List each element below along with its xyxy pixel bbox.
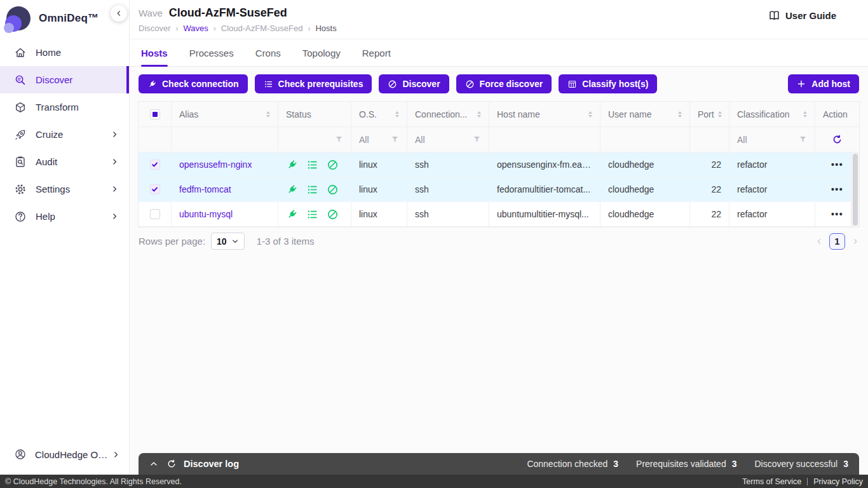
- discover-log-bar[interactable]: Discover log Connection checked 3 Prereq…: [139, 453, 859, 475]
- hosts-table: Alias Status O.S. Connection... Host nam…: [139, 102, 859, 227]
- sidebar-item-audit[interactable]: Audit: [0, 148, 129, 175]
- discovery-successful-icon[interactable]: [327, 184, 339, 196]
- discovery-successful-icon[interactable]: [327, 159, 339, 171]
- status-filter-icon[interactable]: [335, 135, 343, 144]
- privacy-policy-link[interactable]: Privacy Policy: [813, 477, 863, 486]
- port-cell: 22: [711, 209, 721, 219]
- sidebar-item-cruize[interactable]: Cruize: [0, 121, 129, 148]
- breadcrumb-waves[interactable]: Waves: [184, 24, 208, 33]
- connection-checked-icon[interactable]: [286, 159, 298, 171]
- sort-icon[interactable]: [674, 111, 682, 118]
- classify-hosts-button[interactable]: Classify host(s): [559, 74, 657, 93]
- connection-cell: ssh: [415, 159, 429, 170]
- stat-value: 3: [613, 459, 618, 469]
- alias-link[interactable]: opensusefm-nginx: [179, 159, 252, 170]
- user-guide-button[interactable]: User Guide: [768, 10, 836, 22]
- os-filter-value[interactable]: All: [359, 135, 369, 145]
- row-actions-menu[interactable]: •••: [831, 159, 843, 170]
- prerequisites-validated-icon[interactable]: [306, 184, 318, 196]
- log-refresh-icon[interactable]: [166, 459, 177, 469]
- next-page-button[interactable]: [851, 238, 859, 245]
- sort-icon[interactable]: [799, 111, 807, 118]
- discovery-successful-icon[interactable]: [327, 208, 339, 220]
- chevron-left-icon: [115, 10, 123, 17]
- column-header-port[interactable]: Port: [698, 109, 714, 119]
- column-header-connection[interactable]: Connection...: [415, 109, 468, 119]
- select-row-checkbox[interactable]: [150, 184, 160, 194]
- sidebar-collapse-button[interactable]: [111, 5, 127, 22]
- column-header-classification[interactable]: Classification: [737, 109, 789, 119]
- select-row-checkbox[interactable]: [150, 159, 160, 170]
- status-cell: [278, 152, 351, 177]
- sidebar-item-settings[interactable]: Settings: [0, 175, 129, 203]
- sidebar-item-discover[interactable]: Discover: [0, 66, 129, 93]
- breadcrumb-discover[interactable]: Discover: [139, 24, 171, 33]
- connection-filter-value[interactable]: All: [415, 135, 425, 145]
- sidebar-item-help[interactable]: Help: [0, 203, 129, 230]
- check-connection-button[interactable]: Check connection: [139, 74, 248, 93]
- sort-icon[interactable]: [473, 111, 481, 118]
- row-actions-menu[interactable]: •••: [831, 184, 843, 194]
- breadcrumb-separator: [214, 24, 216, 33]
- connection-filter-icon[interactable]: [473, 135, 481, 144]
- connection-checked-icon[interactable]: [286, 184, 298, 196]
- stat-label: Connection checked: [527, 459, 607, 469]
- row-actions-menu[interactable]: •••: [831, 209, 843, 219]
- select-all-checkbox[interactable]: [150, 109, 160, 119]
- column-header-os[interactable]: O.S.: [359, 109, 377, 119]
- column-header-host-name[interactable]: Host name: [497, 109, 540, 119]
- sidebar-item-transform[interactable]: Transform: [0, 93, 129, 121]
- prerequisites-validated-icon[interactable]: [306, 208, 318, 220]
- os-cell: linux: [359, 209, 377, 219]
- alias-link[interactable]: fedfm-tomcat: [179, 184, 231, 194]
- page-title: Cloud-AzFM-SuseFed: [169, 6, 287, 20]
- sort-icon[interactable]: [262, 111, 270, 118]
- scrollbar-thumb[interactable]: [853, 154, 858, 226]
- breadcrumb-separator: [308, 24, 310, 33]
- tab-crons[interactable]: Crons: [255, 39, 281, 66]
- column-header-alias[interactable]: Alias: [179, 109, 198, 119]
- sidebar: OmniDeq™ Home Discover: [0, 0, 130, 475]
- sidebar-item-label: Home: [36, 47, 61, 58]
- discover-log-title: Discover log: [184, 459, 239, 469]
- terms-of-service-link[interactable]: Terms of Service: [742, 477, 801, 486]
- content-area: Check connection Check prerequisites Dis…: [130, 67, 868, 475]
- tab-report[interactable]: Report: [362, 39, 391, 66]
- rows-per-page-select[interactable]: 10: [211, 233, 245, 250]
- tab-hosts[interactable]: Hosts: [141, 39, 168, 66]
- refresh-icon[interactable]: [832, 134, 843, 145]
- sidebar-item-label: Cruize: [36, 129, 63, 140]
- connection-cell: ssh: [415, 209, 429, 219]
- classification-filter-value[interactable]: All: [737, 135, 747, 145]
- connection-checked-icon[interactable]: [286, 208, 298, 220]
- sidebar-item-home[interactable]: Home: [0, 39, 129, 66]
- prerequisites-validated-icon[interactable]: [306, 159, 318, 171]
- pagination-range: 1-3 of 3 items: [257, 236, 315, 247]
- table-row: fedfm-tomcat linux ssh fedoramultitier-t…: [139, 177, 859, 202]
- tab-topology[interactable]: Topology: [302, 39, 341, 66]
- column-header-user-name[interactable]: User name: [608, 109, 651, 119]
- tab-processes[interactable]: Processes: [189, 39, 234, 66]
- table-scrollbar[interactable]: [851, 152, 859, 227]
- os-filter-icon[interactable]: [391, 135, 399, 144]
- port-cell: 22: [711, 159, 721, 170]
- force-discover-button[interactable]: Force discover: [456, 74, 552, 93]
- sort-icon[interactable]: [714, 111, 722, 118]
- add-host-button[interactable]: Add host: [788, 74, 859, 93]
- page-number-button[interactable]: 1: [829, 233, 845, 250]
- copyright-text: © CloudHedge Technologies. All Rights Re…: [5, 477, 182, 486]
- previous-page-button[interactable]: [815, 238, 823, 245]
- alias-link[interactable]: ubuntu-mysql: [179, 209, 233, 219]
- discover-button[interactable]: Discover: [379, 74, 449, 93]
- classification-filter-icon[interactable]: [799, 135, 807, 144]
- check-prerequisites-button[interactable]: Check prerequisites: [255, 74, 372, 93]
- select-row-checkbox[interactable]: [150, 209, 160, 219]
- chevron-up-icon[interactable]: [149, 459, 158, 468]
- breadcrumb-wave-name[interactable]: Cloud-AzFM-SuseFed: [221, 24, 303, 33]
- audit-icon: [14, 156, 27, 168]
- sidebar-account-item[interactable]: CloudHedge OnP...: [0, 440, 129, 468]
- stat-value: 3: [732, 459, 737, 469]
- sort-icon[interactable]: [585, 111, 592, 118]
- sort-icon[interactable]: [391, 111, 399, 118]
- port-cell: 22: [711, 184, 721, 194]
